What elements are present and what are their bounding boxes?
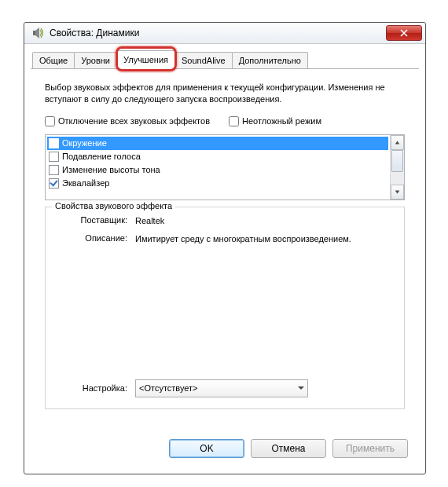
scroll-down-button[interactable] <box>391 185 404 200</box>
setting-dropdown[interactable]: <Отсутствует> <box>135 379 308 397</box>
tab-enhancements[interactable]: Улучшения <box>116 50 175 68</box>
scroll-track[interactable] <box>391 150 404 185</box>
vendor-value: Realtek <box>135 215 395 227</box>
titlebar: Свойства: Динамики <box>24 23 425 44</box>
immediate-mode-label: Неотложный режим <box>242 116 321 126</box>
disable-all-effects-checkbox[interactable]: Отключение всех звуковых эффектов <box>45 116 210 126</box>
tabstrip: Общие Уровни Улучшения SoundAlive Дополн… <box>31 51 419 69</box>
scroll-up-button[interactable] <box>391 135 404 150</box>
button-bar: OK Отмена Применить <box>169 439 408 458</box>
speaker-icon <box>32 27 45 39</box>
svg-marker-1 <box>35 27 39 38</box>
desc-label: Описание: <box>55 233 135 245</box>
checkbox-icon[interactable] <box>49 138 59 148</box>
close-icon <box>400 29 408 37</box>
tab-advanced[interactable]: Дополнительно <box>232 52 308 68</box>
checkbox-icon[interactable] <box>49 165 59 175</box>
setting-value: <Отсутствует> <box>139 383 198 393</box>
effect-item-equalizer[interactable]: Эквалайзер <box>47 177 388 190</box>
tab-body: Выбор звуковых эффектов для применения к… <box>31 69 419 422</box>
scrollbar[interactable] <box>390 135 404 200</box>
svg-marker-2 <box>395 141 400 144</box>
immediate-mode-input[interactable] <box>229 116 239 126</box>
checkbox-icon[interactable] <box>49 152 59 162</box>
disable-all-effects-label: Отключение всех звуковых эффектов <box>58 116 210 126</box>
window-title: Свойства: Динамики <box>50 27 386 38</box>
tab-soundalive[interactable]: SoundAlive <box>174 52 233 68</box>
effect-item-environment[interactable]: Окружение <box>47 137 388 150</box>
effect-item-pitch-shift[interactable]: Изменение высоты тона <box>47 163 388 177</box>
cancel-button[interactable]: Отмена <box>251 439 326 458</box>
immediate-mode-checkbox[interactable]: Неотложный режим <box>229 116 321 126</box>
group-title: Свойства звукового эффекта <box>52 201 175 211</box>
effect-properties-group: Свойства звукового эффекта Поставщик: Re… <box>45 207 405 409</box>
checkbox-icon[interactable] <box>49 178 59 189</box>
tab-levels[interactable]: Уровни <box>74 52 117 68</box>
svg-marker-3 <box>395 190 400 193</box>
tab-general[interactable]: Общие <box>32 52 75 68</box>
effects-listbox[interactable]: Окружение Подавление голоса Изменение вы… <box>45 134 405 200</box>
scroll-thumb[interactable] <box>391 150 403 172</box>
close-button[interactable] <box>386 25 422 41</box>
properties-dialog: Свойства: Динамики Общие Уровни Улучшени… <box>24 22 426 474</box>
apply-button[interactable]: Применить <box>332 439 408 458</box>
client-area: Общие Уровни Улучшения SoundAlive Дополн… <box>31 51 419 467</box>
effect-label: Окружение <box>62 138 107 148</box>
effect-label: Изменение высоты тона <box>62 165 160 174</box>
description-text: Выбор звуковых эффектов для применения к… <box>45 82 405 105</box>
vendor-label: Поставщик: <box>55 215 135 227</box>
disable-all-effects-input[interactable] <box>45 116 55 126</box>
effect-item-voice-cancel[interactable]: Подавление голоса <box>47 150 388 163</box>
svg-rect-0 <box>33 31 35 35</box>
setting-label: Настройка: <box>55 383 135 393</box>
effect-label: Подавление голоса <box>62 152 141 161</box>
effect-label: Эквалайзер <box>62 178 109 188</box>
desc-value: Имитирует среду с многократным воспроизв… <box>135 233 395 245</box>
ok-button[interactable]: OK <box>169 439 244 458</box>
